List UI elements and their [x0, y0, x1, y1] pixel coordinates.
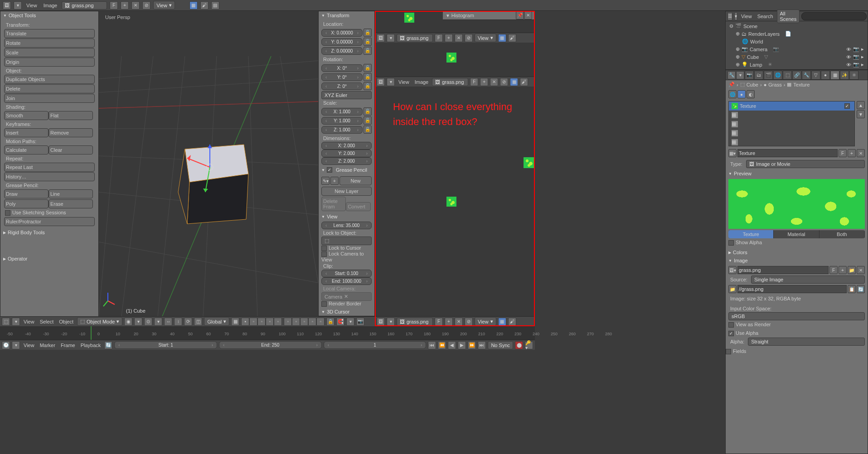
clip-start[interactable]: Start: 0.100 — [321, 270, 372, 277]
histogram-label[interactable]: ▼ Histogram — [446, 13, 474, 18]
range-btn[interactable]: 🔄 — [104, 341, 112, 349]
layers-grid[interactable]: ▪▫▫▫▫ ▫▫▫▫▫ — [241, 318, 325, 326]
plus-button[interactable]: + — [121, 1, 129, 10]
origin-button[interactable]: Origin — [4, 58, 95, 67]
menu-marker[interactable]: Marker — [38, 342, 57, 349]
line-button[interactable]: Line — [48, 189, 93, 198]
ruler-button[interactable]: Ruler/Protractor — [4, 217, 95, 226]
search-input[interactable] — [801, 12, 867, 20]
img-name-field[interactable] — [737, 266, 829, 274]
menu-view[interactable]: View — [24, 2, 39, 9]
tab-material[interactable]: Material — [774, 230, 819, 238]
menu-search[interactable]: Search — [756, 13, 775, 20]
poly-button[interactable]: Poly — [4, 199, 48, 208]
3d-viewport[interactable]: User Persp — [99, 11, 318, 316]
show-alpha-cb[interactable] — [728, 240, 734, 246]
rborder-cb[interactable] — [321, 301, 327, 307]
tex-browse[interactable]: ▦▾ — [728, 149, 737, 157]
image-selector[interactable]: 🖼 grass.png — [62, 1, 107, 10]
start-field[interactable]: Start: 1 — [114, 341, 217, 349]
ctx-world[interactable]: 🌐 — [728, 90, 737, 98]
menu-image[interactable]: Image — [413, 78, 431, 86]
key-btn[interactable]: 🔑▾ — [525, 341, 533, 349]
jump-end[interactable]: ⏭ — [478, 341, 486, 349]
pin-icon[interactable]: 📌 — [728, 82, 735, 87]
current-field[interactable]: 1 — [324, 341, 427, 349]
flat-button[interactable]: Flat — [48, 111, 93, 120]
tree-camera[interactable]: ⊕📷Camera📷👁📷▸ — [727, 45, 867, 53]
lens-field[interactable]: Lens: 35.000 — [321, 222, 372, 229]
tex-item-1[interactable]: ▦ — [729, 111, 854, 120]
view-dd-1[interactable]: View▾ — [475, 34, 496, 42]
repeat-last-button[interactable]: Repeat Last — [4, 163, 95, 172]
tab-particles[interactable]: ✨ — [840, 71, 849, 80]
tex-item-3[interactable]: ▦ — [729, 129, 854, 138]
tex-item-0[interactable]: Texture — [729, 101, 854, 111]
tex-item-4[interactable]: ▦ — [729, 138, 854, 147]
editor-type-icon[interactable]: 🖼 — [377, 78, 385, 86]
sync-dd[interactable]: No Sync — [488, 341, 513, 349]
lock-btn[interactable]: 🔒 — [326, 318, 335, 326]
tex-name-field[interactable] — [737, 149, 838, 157]
shading-btn[interactable]: ◉ — [124, 318, 132, 326]
img-path-field[interactable] — [737, 285, 847, 293]
sketch-checkbox[interactable] — [5, 210, 10, 216]
keyframe-prev[interactable]: ⏪ — [438, 341, 446, 349]
pivot-btn[interactable]: ⊙ — [144, 318, 152, 326]
scl-y[interactable]: Y: 1.000 — [321, 117, 363, 125]
ctx-material[interactable]: ● — [737, 90, 746, 98]
tree-scene[interactable]: ⊖🎬Scene — [727, 22, 867, 30]
plus-btn[interactable]: + — [848, 149, 856, 157]
tab-render[interactable]: 📷 — [745, 71, 754, 80]
transform-header[interactable]: Transform — [319, 11, 374, 19]
uv-button[interactable]: ▦ — [189, 1, 198, 10]
preview-header[interactable]: Preview — [726, 169, 868, 178]
draw-button[interactable]: Draw — [4, 189, 48, 198]
img-browse[interactable]: 🖼▾ — [728, 266, 737, 274]
tab-both[interactable]: Both — [820, 230, 865, 238]
editor-type-icon[interactable]: 🕐 — [2, 341, 10, 349]
tab-modifiers[interactable]: 🔧 — [802, 71, 811, 80]
tab-physics[interactable]: ⚛ — [849, 71, 858, 80]
snap-type[interactable]: ▾ — [346, 318, 354, 326]
lockcam-cb[interactable] — [321, 251, 327, 257]
rot-mode[interactable]: XYZ Euler — [321, 91, 372, 99]
dim-x[interactable]: X: 2.000 — [321, 142, 372, 150]
list-up[interactable]: ▲ — [857, 101, 865, 109]
record-btn[interactable]: ⬤ — [515, 341, 523, 349]
orientation-dropdown[interactable]: Global ▾ — [204, 317, 229, 326]
duplicate-button[interactable]: Duplicate Objects — [4, 75, 95, 84]
calculate-button[interactable]: Calculate — [4, 145, 48, 155]
timeline-track[interactable]: -50-40-30-20-100102030405060708090100110… — [0, 326, 535, 340]
manipulator-btn[interactable]: ↔ — [164, 318, 172, 326]
colors-header[interactable]: Colors — [726, 248, 868, 256]
play-rev[interactable]: ◀ — [448, 341, 456, 349]
tab-object[interactable]: ⬚ — [783, 71, 792, 80]
mask-button[interactable]: ▤ — [211, 1, 219, 10]
end-field[interactable]: End: 250 — [219, 341, 322, 349]
image-dd-2[interactable]: 🖼 grass.png — [432, 78, 468, 86]
snap-btn[interactable]: 🧲 — [336, 318, 344, 326]
tree-lamp[interactable]: ⊕💡Lamp☀👁📷▸ — [727, 61, 867, 68]
manip-translate[interactable]: ↕ — [174, 318, 182, 326]
cs-dd[interactable]: sRGB — [728, 312, 865, 320]
tree-cube[interactable]: ⊕▽Cube▽👁📷▸ — [727, 53, 867, 61]
image-dd-3[interactable]: 🖼 grass.png — [397, 318, 433, 326]
source-dd[interactable]: Single Image — [751, 275, 865, 284]
image-dd-1[interactable]: 🖼 grass.png — [397, 34, 433, 42]
use-alpha-cb[interactable] — [728, 331, 734, 336]
editor-type-icon[interactable]: 🔧 — [727, 71, 736, 79]
delete-button[interactable]: Delete — [4, 84, 95, 93]
layers-1[interactable]: ▦ — [231, 318, 239, 326]
play[interactable]: ▶ — [458, 341, 466, 349]
view-header[interactable]: View — [319, 213, 374, 221]
x-btn[interactable]: ✕ — [857, 149, 865, 157]
editor-type-icon[interactable]: 🖼 — [377, 34, 385, 42]
editor-type-icon[interactable]: 🖼 — [377, 318, 385, 326]
manip-rotate[interactable]: ⟳ — [184, 318, 192, 326]
translate-button[interactable]: Translate — [4, 29, 95, 38]
image-header[interactable]: Image — [726, 256, 868, 265]
rot-x[interactable]: X: 0° — [321, 64, 363, 72]
x-button[interactable]: ✕ — [131, 1, 140, 10]
rigid-body-header[interactable]: Rigid Body Tools — [0, 228, 98, 237]
